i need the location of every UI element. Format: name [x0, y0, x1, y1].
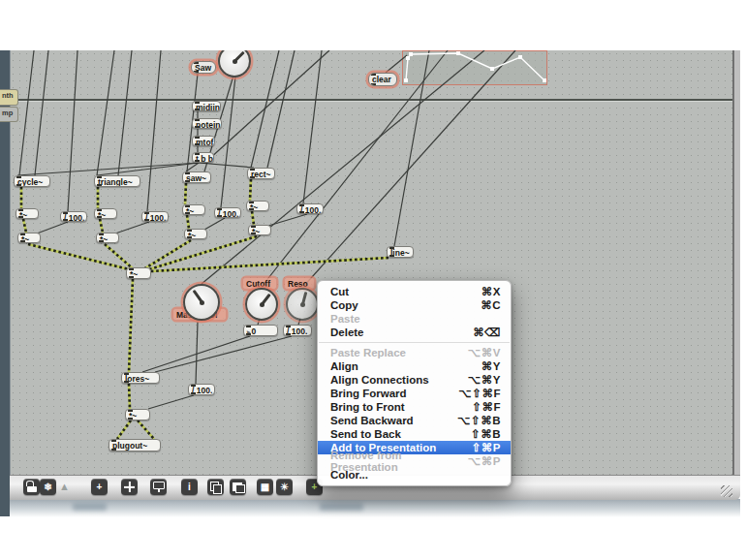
menu-item-copy[interactable]: Copy⌘C — [318, 298, 511, 312]
menu-item-delete[interactable]: Delete⌘⌫ — [318, 326, 511, 339]
menu-item-label: Cut — [330, 286, 349, 297]
snap-icon[interactable]: ☀ — [276, 479, 293, 495]
plugout-object[interactable]: plugout~ — [109, 439, 161, 451]
mtof-object[interactable]: mtof — [192, 136, 215, 146]
menu-item-shortcut: ⌘C — [481, 298, 501, 312]
menu-item-paste-replace: Paste Replace⌥⌘V — [318, 346, 511, 359]
menu-item-label: Color... — [330, 469, 368, 481]
page-margin-top — [0, 0, 746, 50]
move-icon[interactable] — [121, 479, 138, 495]
menu-item-bring-to-front[interactable]: Bring to Front⇧⌘F — [318, 400, 511, 414]
menu-item-label: Send to Back — [330, 428, 401, 440]
menu-item-shortcut: ⌥⌘V — [468, 346, 501, 359]
number-box-triangle-icon: ▸ — [247, 328, 251, 335]
background-window-remnant — [320, 503, 363, 511]
dial-hub — [260, 302, 264, 307]
cutoff-number-box[interactable]: ▸0 — [243, 325, 278, 336]
divide-100-object[interactable]: / 100. — [60, 211, 87, 222]
function-envelope-box[interactable] — [402, 50, 547, 85]
menu-item-shortcut: ⌥⇧⌘F — [459, 387, 501, 400]
divide-100-object[interactable]: / 100. — [214, 207, 241, 218]
menu-separator — [319, 342, 510, 343]
menu-item-bring-forward[interactable]: Bring Forward⌥⇧⌘F — [318, 387, 511, 400]
multiply-object[interactable]: *~ — [16, 208, 39, 219]
menu-item-label: Bring to Front — [330, 401, 405, 413]
menu-item-shortcut: ⇧⌘P — [472, 441, 501, 454]
menu-item-align[interactable]: Align⌘Y — [318, 359, 511, 373]
new-object-icon[interactable]: + — [91, 479, 108, 495]
menu-item-shortcut: ⌥⌘Y — [468, 373, 501, 387]
menu-item-shortcut: ⌘X — [482, 285, 501, 298]
menu-item-shortcut: ⌥⌘P — [468, 454, 501, 468]
menu-item-remove-from-presentation: Remove from Presentation⌥⌘P — [318, 454, 511, 468]
duplicate-icon[interactable] — [207, 479, 224, 495]
menu-item-send-backward[interactable]: Send Backward⌥⇧⌘B — [318, 414, 511, 427]
presentation-icon[interactable] — [150, 479, 167, 495]
divide-100-object[interactable]: / 100. — [296, 203, 324, 214]
menu-item-label: Paste Replace — [330, 347, 406, 358]
background-window-remnant — [73, 503, 107, 511]
page-margin-right — [740, 0, 746, 560]
menu-item-label: Bring Forward — [330, 388, 407, 399]
multiply-object[interactable]: *~ — [96, 233, 119, 243]
reso-dial[interactable] — [286, 288, 319, 321]
number-box-value: 0 — [252, 327, 257, 336]
multiply-object[interactable]: *~ — [246, 201, 269, 211]
saw-message[interactable]: Saw — [191, 61, 216, 74]
menu-item-paste: Paste — [318, 312, 511, 326]
window-resize-grip[interactable] — [721, 485, 732, 497]
reso-divide-object[interactable]: / 100. — [283, 325, 312, 336]
menu-item-shortcut: ⇧⌘B — [471, 427, 501, 441]
menu-item-shortcut: ⌥⇧⌘B — [457, 414, 501, 427]
max-patcher-window: nthmp Sawclearmidiinnoteinmtoft b bcycle… — [0, 0, 746, 560]
menu-item-label: Send Backward — [330, 415, 414, 426]
menu-item-label: Delete — [330, 327, 364, 338]
warning-triangle-icon[interactable]: ▲ — [56, 479, 73, 495]
hub-multiply-object[interactable]: *~ — [126, 267, 151, 279]
dial-hub — [200, 300, 204, 305]
canvas-divider-line — [10, 99, 732, 102]
saw-object[interactable]: saw~ — [182, 171, 211, 183]
vol-divide-object[interactable]: / 100. — [188, 384, 215, 395]
triangle-object[interactable]: triangle~ — [94, 175, 140, 187]
cutoff-dial[interactable] — [245, 288, 278, 321]
notein-object[interactable]: notein — [192, 118, 222, 129]
menu-item-label: Copy — [330, 299, 358, 311]
multiply-object[interactable]: *~ — [248, 225, 271, 235]
dial-hub — [233, 59, 237, 64]
menu-item-send-to-back[interactable]: Send to Back⇧⌘B — [318, 427, 511, 441]
cycle-object[interactable]: cycle~ — [14, 175, 50, 187]
divide-100-object[interactable]: / 100. — [141, 211, 169, 222]
out-multiply-object[interactable]: *~ — [125, 409, 150, 420]
multiply-object[interactable]: *~ — [94, 208, 117, 219]
menu-item-cut[interactable]: Cut⌘X — [318, 285, 511, 298]
multiply-object[interactable]: *~ — [184, 229, 207, 239]
lores-object[interactable]: lores~ — [121, 372, 160, 384]
info-icon[interactable]: i — [181, 479, 198, 495]
master-vol-dial[interactable] — [183, 284, 220, 321]
midiin-object[interactable]: midiin — [192, 101, 221, 111]
menu-item-label: Align — [330, 360, 358, 372]
context-menu: Cut⌘XCopy⌘CPasteDelete⌘⌫Paste Replace⌥⌘V… — [317, 280, 512, 486]
layers-icon[interactable] — [230, 479, 246, 495]
menu-item-align-connections[interactable]: Align Connections⌥⌘Y — [318, 373, 511, 387]
dial-hub — [300, 302, 305, 307]
freeze-icon[interactable]: ❄ — [40, 479, 56, 495]
rect-object[interactable]: rect~ — [247, 168, 275, 179]
page-margin-bottom — [0, 517, 746, 560]
side-tab-comp[interactable]: mp — [0, 107, 18, 122]
trigger-object[interactable]: t b b — [192, 152, 214, 163]
menu-item-shortcut: ⌘⌫ — [473, 326, 501, 339]
clear-message[interactable]: clear — [368, 73, 397, 86]
side-tab-synth[interactable]: nth — [0, 89, 18, 106]
background-window-strip — [10, 499, 740, 517]
menu-item-shortcut: ⌘Y — [482, 359, 501, 373]
menu-item-label: Paste — [330, 313, 360, 325]
line-object[interactable]: line~ — [387, 246, 414, 258]
grid-icon[interactable]: ▦ — [257, 479, 273, 495]
multiply-object[interactable]: *~ — [17, 233, 41, 243]
menu-item-label: Align Connections — [330, 374, 429, 386]
multiply-object[interactable]: *~ — [182, 204, 205, 215]
menu-item-shortcut: ⇧⌘F — [472, 400, 501, 414]
unlock-icon[interactable] — [23, 479, 40, 495]
